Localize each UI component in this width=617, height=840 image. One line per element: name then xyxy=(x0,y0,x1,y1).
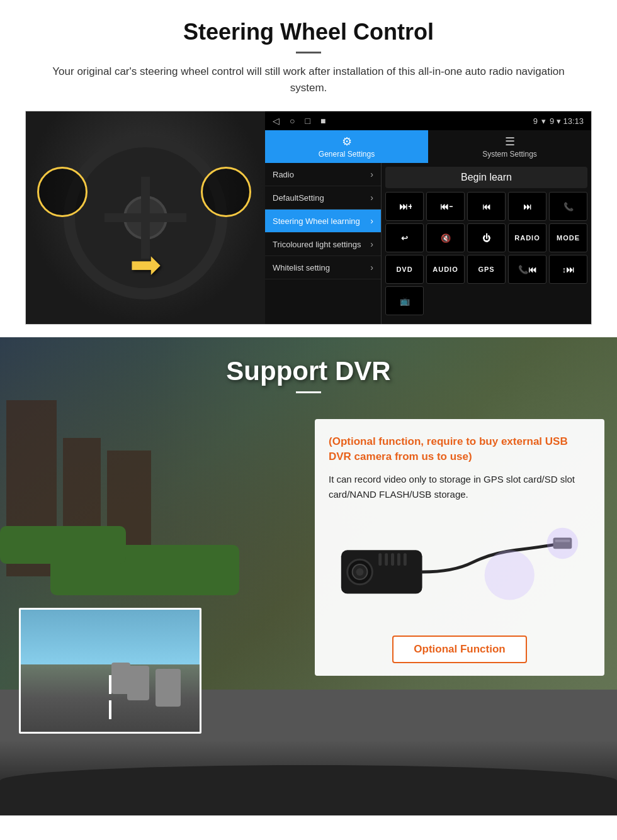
steering-section: Steering Wheel Control Your original car… xyxy=(0,0,617,337)
dvr-optional-title: (Optional function, require to buy exter… xyxy=(329,434,591,464)
gps-label: GPS xyxy=(478,266,494,273)
car-2 xyxy=(127,666,149,700)
hangup-icon: ↩ xyxy=(401,233,408,243)
menu-arrow-whitelist: › xyxy=(370,262,373,272)
svg-rect-10 xyxy=(404,553,407,566)
mode-label: MODE xyxy=(557,234,580,242)
system-settings-label: System Settings xyxy=(482,150,537,159)
dvr-section: Support DVR (Optional function, require … xyxy=(0,337,617,815)
ctrl-btn-next[interactable]: ⏭ xyxy=(508,192,546,221)
back-nav-icon[interactable]: ◁ xyxy=(273,116,280,126)
ctrl-btn-radio[interactable]: RADIO xyxy=(508,223,546,252)
status-wifi: ▾ xyxy=(541,116,546,126)
menu-item-whitelist[interactable]: Whitelist setting › xyxy=(265,256,381,279)
tab-general-settings[interactable]: ⚙ General Settings xyxy=(265,130,428,163)
prev-icon: ⏮ xyxy=(482,202,490,211)
android-ui-panel: ◁ ○ □ ■ 9 ▾ 9 ▾ 13:13 ⚙ General Settings xyxy=(265,111,591,324)
ctrl-btn-dvd[interactable]: DVD xyxy=(385,255,424,284)
optional-function-button[interactable]: Optional Function xyxy=(392,636,526,663)
menu-item-whitelist-label: Whitelist setting xyxy=(273,263,330,272)
ctrl-btn-next-call[interactable]: ↕⏭ xyxy=(549,255,587,284)
control-buttons-grid: ⏭+ ⏮− ⏮ ⏭ 📞 xyxy=(385,192,587,315)
general-settings-label: General Settings xyxy=(319,150,375,159)
audio-label: AUDIO xyxy=(433,266,458,273)
menu-arrow-steering: › xyxy=(370,216,373,226)
radio-label: RADIO xyxy=(514,234,540,242)
prev-call-icon: 📞⏮ xyxy=(518,265,536,274)
menu-arrow-default: › xyxy=(370,193,373,203)
menu-item-steering-label: Steering Wheel learning xyxy=(273,216,360,226)
ctrl-btn-hangup[interactable]: ↩ xyxy=(385,223,424,252)
recent-nav-icon[interactable]: □ xyxy=(305,116,310,126)
dashcam-thumbnail xyxy=(19,608,201,734)
home-nav-icon[interactable]: ○ xyxy=(290,116,295,126)
dvd-label: DVD xyxy=(396,266,412,273)
ctrl-btn-gps[interactable]: GPS xyxy=(467,255,506,284)
menu-item-radio-label: Radio xyxy=(273,170,294,179)
ctrl-btn-vol-up[interactable]: ⏭+ xyxy=(385,192,424,221)
menu-arrow-tricoloured: › xyxy=(370,239,373,249)
call-icon: 📞 xyxy=(563,202,574,211)
ctrl-btn-vol-down[interactable]: ⏮− xyxy=(426,192,465,221)
dvr-description: It can record video only to storage in G… xyxy=(329,472,591,502)
status-time: 9 ▾ 13:13 xyxy=(550,116,584,126)
svg-point-5 xyxy=(356,568,364,576)
dvr-info-card: (Optional function, require to buy exter… xyxy=(315,419,604,676)
begin-learn-label[interactable]: Begin learn xyxy=(385,167,587,188)
demo-container: ➡ ◁ ○ □ ■ 9 ▾ 9 ▾ 13:13 xyxy=(25,111,592,325)
menu-nav-icon[interactable]: ■ xyxy=(320,116,325,126)
car-1 xyxy=(156,669,181,707)
ctrl-btn-power[interactable]: ⏻ xyxy=(467,223,506,252)
menu-item-tricoloured[interactable]: Tricoloured light settings › xyxy=(265,233,381,256)
controls-panel: Begin learn ⏭+ ⏮− ⏮ xyxy=(382,163,591,324)
control-circle-right xyxy=(201,167,251,217)
next-icon: ⏭ xyxy=(523,202,531,211)
dvr-title: Support DVR xyxy=(0,356,617,386)
svg-rect-6 xyxy=(378,553,382,566)
android-topbar: ◁ ○ □ ■ 9 ▾ 9 ▾ 13:13 xyxy=(265,111,591,130)
dvr-heading: Support DVR xyxy=(0,337,617,401)
settings-tabs: ⚙ General Settings ☰ System Settings xyxy=(265,130,591,163)
ctrl-btn-mute[interactable]: 🔇 xyxy=(426,223,465,252)
svg-point-11 xyxy=(485,550,535,600)
ctrl-btn-audio[interactable]: AUDIO xyxy=(426,255,465,284)
svg-rect-7 xyxy=(385,553,388,566)
menu-item-tricoloured-label: Tricoloured light settings xyxy=(273,240,361,249)
ctrl-btn-prev-call[interactable]: 📞⏮ xyxy=(508,255,546,284)
dashcam-road-view xyxy=(21,610,200,732)
steering-wheel-panel: ➡ xyxy=(26,111,265,324)
car-3 xyxy=(111,663,130,694)
extra-icon: 📺 xyxy=(400,296,410,306)
title-divider xyxy=(296,52,321,53)
ctrl-btn-prev[interactable]: ⏮ xyxy=(467,192,506,221)
dvr-divider xyxy=(296,391,321,393)
menu-item-defaultsetting-label: DefaultSetting xyxy=(273,193,324,203)
menu-item-steering-wheel[interactable]: Steering Wheel learning › xyxy=(265,210,381,233)
menu-controls-area: Radio › DefaultSetting › Steering Wheel … xyxy=(265,163,591,324)
page-subtitle: Your original car's steering wheel contr… xyxy=(38,64,579,96)
general-settings-icon: ⚙ xyxy=(342,135,352,148)
menu-item-defaultsetting[interactable]: DefaultSetting › xyxy=(265,186,381,210)
svg-text:⏮−: ⏮− xyxy=(440,201,453,211)
android-nav: ◁ ○ □ ■ xyxy=(273,116,325,126)
ctrl-btn-mode[interactable]: MODE xyxy=(549,223,587,252)
sky xyxy=(21,610,200,664)
ctrl-btn-extra[interactable]: 📺 xyxy=(385,286,424,315)
system-settings-icon: ☰ xyxy=(505,135,515,148)
tab-system-settings[interactable]: ☰ System Settings xyxy=(428,130,591,163)
android-status: 9 ▾ 9 ▾ 13:13 xyxy=(533,116,584,126)
svg-point-14 xyxy=(547,527,579,559)
menu-item-radio[interactable]: Radio › xyxy=(265,163,381,186)
svg-text:⏭+: ⏭+ xyxy=(399,201,412,211)
arrow-overlay: ➡ xyxy=(130,242,161,286)
menu-arrow-radio: › xyxy=(370,169,373,179)
control-circle-left xyxy=(37,167,88,217)
svg-rect-8 xyxy=(391,553,394,566)
page-title: Steering Wheel Control xyxy=(25,19,592,45)
road-marking-2 xyxy=(109,700,111,719)
settings-menu-list: Radio › DefaultSetting › Steering Wheel … xyxy=(265,163,382,324)
dvr-camera-svg xyxy=(329,518,591,619)
ctrl-btn-call[interactable]: 📞 xyxy=(549,192,587,221)
dashboard-overlay xyxy=(0,765,617,815)
status-signal: 9 xyxy=(533,116,538,126)
